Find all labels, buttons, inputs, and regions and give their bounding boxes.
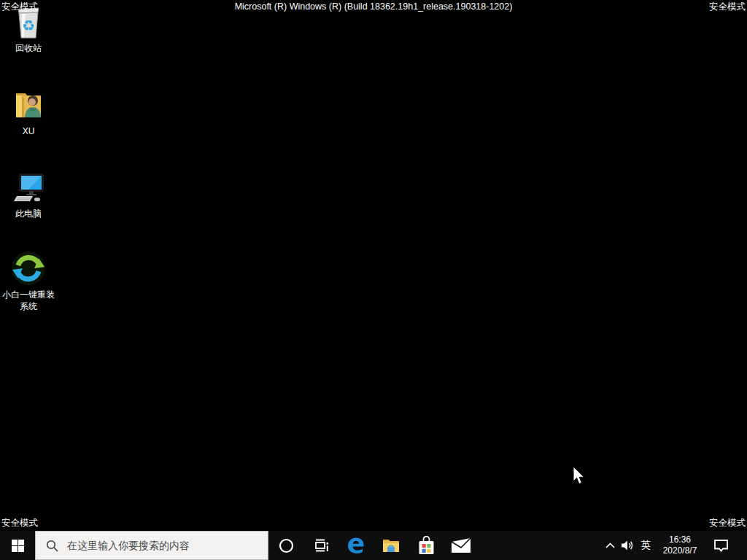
task-view-button[interactable]: [303, 531, 338, 560]
chevron-up-icon: [605, 542, 615, 548]
system-tray: 英 16:36 2020/8/7: [601, 531, 747, 560]
desktop-icon-xiaobai[interactable]: 小白一键重装系统: [1, 251, 56, 312]
mouse-cursor: [573, 467, 586, 489]
volume-button[interactable]: [619, 531, 636, 560]
microsoft-store-icon: [417, 536, 436, 556]
search-icon: [46, 540, 58, 552]
file-explorer-button[interactable]: [374, 531, 409, 560]
safe-mode-label-bottom-left: 安全模式: [1, 518, 38, 529]
edge-button[interactable]: [338, 531, 374, 560]
this-pc-icon: [11, 170, 46, 205]
safe-mode-label-top-left: 安全模式: [1, 1, 38, 12]
desktop-icon-label: 此电脑: [15, 208, 42, 219]
start-button[interactable]: [0, 531, 35, 560]
taskbar-search-box[interactable]: [35, 531, 268, 560]
windows-logo-icon: [12, 540, 24, 552]
speaker-icon: [621, 540, 634, 551]
desktop-icon-user-folder[interactable]: XU: [1, 88, 56, 137]
xiaobai-reinstall-icon: [11, 251, 46, 286]
safe-mode-desktop: { "system_banner": { "build_text": "Micr…: [0, 0, 747, 560]
search-input[interactable]: [67, 540, 268, 551]
cortana-icon: [279, 538, 294, 553]
mail-icon: [451, 537, 471, 553]
clock-time: 16:36: [669, 534, 691, 545]
desktop-icon-column: ♻ 回收站 XU: [1, 4, 56, 322]
desktop-icon-label: 回收站: [15, 42, 42, 54]
mail-button[interactable]: [444, 531, 479, 560]
notification-icon: [713, 539, 729, 553]
taskbar: 英 16:36 2020/8/7: [0, 531, 747, 560]
edge-icon: [347, 536, 365, 555]
tray-overflow-button[interactable]: [601, 531, 619, 560]
desktop-icon-label: 小白一键重装系统: [1, 289, 56, 312]
ime-indicator[interactable]: 英: [636, 531, 655, 560]
clock-date: 2020/8/7: [663, 545, 697, 556]
user-folder-icon: [11, 88, 46, 122]
svg-text:♻: ♻: [22, 17, 35, 34]
action-center-button[interactable]: [705, 531, 737, 560]
safe-mode-label-bottom-right: 安全模式: [709, 518, 746, 529]
desktop-icon-this-pc[interactable]: 此电脑: [1, 170, 56, 219]
cortana-button[interactable]: [268, 531, 303, 560]
desktop-icon-label: XU: [23, 125, 35, 137]
store-button[interactable]: [409, 531, 444, 560]
windows-build-watermark: Microsoft (R) Windows (R) (Build 18362.1…: [0, 1, 747, 12]
taskbar-clock[interactable]: 16:36 2020/8/7: [655, 531, 705, 560]
file-explorer-icon: [382, 536, 400, 555]
safe-mode-label-top-right: 安全模式: [709, 1, 746, 12]
task-view-icon: [312, 537, 330, 554]
